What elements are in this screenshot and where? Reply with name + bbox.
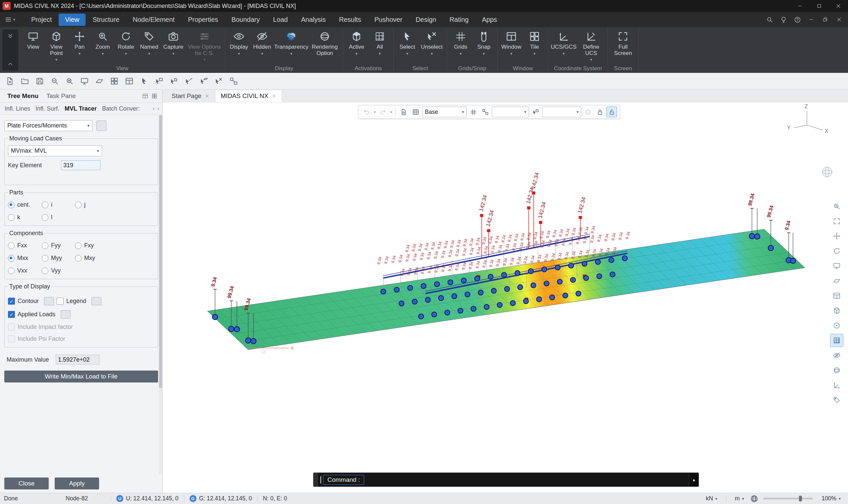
- checkbox-include-impact-factor[interactable]: Include Impact factor: [8, 324, 73, 330]
- menu-apps[interactable]: Apps: [475, 14, 503, 26]
- menu-properties[interactable]: Properties: [181, 14, 224, 26]
- component-option-fxx[interactable]: Fxx: [8, 242, 42, 249]
- select-plane-button[interactable]: [198, 75, 210, 87]
- all-button[interactable]: All▾: [368, 29, 391, 65]
- zoom-out-button[interactable]: [49, 75, 60, 87]
- named-plane-button[interactable]: [410, 107, 421, 117]
- render-mode-button[interactable]: [830, 334, 843, 347]
- plane-view-button[interactable]: [93, 75, 105, 87]
- open-project-button[interactable]: [19, 75, 31, 87]
- capture-button[interactable]: Capture▾: [161, 29, 186, 65]
- doc-minimize-icon-button[interactable]: [806, 14, 817, 25]
- front-view-button[interactable]: [830, 259, 843, 272]
- menu-pushover[interactable]: Pushover: [368, 14, 409, 26]
- command-bar[interactable]: Command : ▲: [313, 472, 699, 487]
- component-option-vyy[interactable]: Vyy: [42, 267, 75, 274]
- sub-tab-infl-surf[interactable]: Infl. Surf.: [33, 104, 62, 113]
- transparency-button[interactable]: Transparency▾: [274, 29, 309, 65]
- snap-mode-select[interactable]: ▾: [542, 107, 581, 117]
- close-window-button[interactable]: [829, 0, 848, 12]
- apply-button[interactable]: Apply: [55, 478, 99, 489]
- tile-button[interactable]: Tile▾: [523, 29, 546, 65]
- undo-dropdown-icon[interactable]: ▾: [373, 110, 377, 114]
- redo-dropdown-icon[interactable]: ▾: [390, 110, 393, 114]
- hidden-button[interactable]: Hidden▾: [250, 29, 274, 65]
- grids-button[interactable]: Grids▾: [449, 29, 472, 65]
- select-window-button[interactable]: [153, 75, 165, 87]
- menu-rating[interactable]: Rating: [443, 14, 475, 26]
- menu-load[interactable]: Load: [267, 14, 294, 26]
- pan-button[interactable]: Pan▾: [68, 29, 91, 65]
- perspective-button[interactable]: [830, 364, 843, 377]
- pan-view-button[interactable]: [830, 230, 843, 243]
- zoom-in-button[interactable]: [64, 75, 75, 87]
- select-line-button[interactable]: [183, 75, 195, 87]
- zoom-level-select[interactable]: 100%▾: [818, 494, 844, 503]
- doc-close-icon-button[interactable]: [833, 14, 845, 25]
- sub-tab-mvl-tracer[interactable]: MVL Tracer: [62, 104, 99, 113]
- length-unit-select[interactable]: m▾: [732, 494, 748, 503]
- legend-options-button[interactable]: [91, 297, 101, 305]
- unselect-button[interactable]: Unselect▾: [419, 29, 445, 65]
- checkbox-legend[interactable]: Legend: [57, 297, 101, 305]
- checkbox-contour[interactable]: ✓Contour: [8, 297, 54, 305]
- view-button[interactable]: View: [21, 29, 45, 65]
- rotate-button[interactable]: Rotate▾: [114, 29, 138, 65]
- active-button[interactable]: Active▾: [345, 29, 368, 65]
- close-tab-icon[interactable]: [272, 94, 276, 98]
- applied-loads-options-button[interactable]: [60, 310, 71, 319]
- help-icon-button[interactable]: [792, 14, 803, 25]
- menu-view[interactable]: View: [59, 14, 86, 26]
- write-minmax-load-button[interactable]: Write Min/Max Load to File: [4, 371, 158, 382]
- part-option-i[interactable]: i: [42, 201, 75, 208]
- scroll-tabs-right-icon[interactable]: ›: [156, 106, 160, 112]
- redraw-button[interactable]: [830, 319, 843, 332]
- scrollbar-thumb[interactable]: [159, 115, 162, 388]
- zoom-slider[interactable]: [763, 498, 813, 499]
- named-button[interactable]: Named▾: [138, 29, 161, 65]
- select-single-button[interactable]: [138, 75, 150, 87]
- doc-restore-icon-button[interactable]: [819, 14, 831, 25]
- ribbon-collapse-button[interactable]: [2, 30, 18, 71]
- part-option-k[interactable]: k: [8, 214, 42, 221]
- snap-button[interactable]: Snap▾: [472, 29, 496, 65]
- contour-options-button[interactable]: [44, 297, 54, 305]
- moving-load-case-select[interactable]: MVmax: MVL ▾: [8, 145, 102, 156]
- ucs-gcs-button[interactable]: UCS/GCS▾: [550, 29, 577, 65]
- menu-project[interactable]: Project: [25, 14, 58, 26]
- dynamic-view-button[interactable]: [830, 378, 843, 392]
- select-button[interactable]: Select▾: [396, 29, 419, 65]
- part-option-l[interactable]: l: [42, 214, 75, 221]
- menu-analysis[interactable]: Analysis: [295, 14, 332, 26]
- menu-results[interactable]: Results: [333, 14, 367, 26]
- maximize-button[interactable]: [810, 0, 829, 12]
- panel-scrollbar[interactable]: [159, 115, 162, 474]
- grid-toggle-button[interactable]: [468, 107, 479, 117]
- redo-button[interactable]: [378, 107, 388, 117]
- iso-view-button[interactable]: [830, 304, 843, 317]
- save-project-button[interactable]: [34, 75, 46, 87]
- minimize-button[interactable]: [790, 0, 810, 12]
- hamburger-menu-button[interactable]: ▾: [0, 12, 20, 27]
- split-window-button[interactable]: [123, 75, 135, 87]
- tile-windows-button[interactable]: [108, 75, 120, 87]
- initial-view-button[interactable]: [830, 393, 843, 407]
- snap-toggle-button[interactable]: [480, 107, 490, 117]
- lock-button[interactable]: [594, 107, 605, 117]
- window-button[interactable]: Window▾: [500, 29, 523, 65]
- select-polygon-button[interactable]: [168, 75, 180, 87]
- grid-spacing-select[interactable]: ▾: [492, 107, 529, 117]
- right-view-button[interactable]: [830, 289, 843, 302]
- base-plane-select[interactable]: Base▾: [422, 107, 467, 117]
- zoom-button[interactable]: Zoom▾: [91, 29, 114, 65]
- rendering-option-button[interactable]: Rendering Option: [309, 29, 341, 65]
- checkbox-include-psi-factor[interactable]: Include Psi Factor: [8, 336, 65, 342]
- command-input[interactable]: Command :: [323, 475, 364, 485]
- component-option-mxx[interactable]: Mxx: [8, 255, 42, 262]
- menu-design[interactable]: Design: [409, 14, 443, 26]
- component-option-myy[interactable]: Myy: [42, 255, 75, 262]
- panel-tab-task-pane[interactable]: Task Pane: [42, 91, 80, 101]
- panel-pin-icon-button[interactable]: [140, 91, 150, 101]
- component-option-fyy[interactable]: Fyy: [42, 242, 75, 249]
- sub-tab-batch-conver[interactable]: Batch Conver:: [99, 104, 142, 113]
